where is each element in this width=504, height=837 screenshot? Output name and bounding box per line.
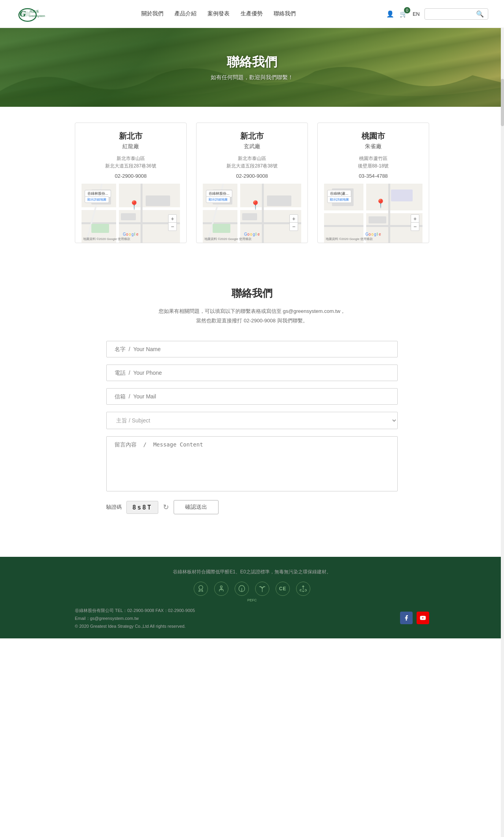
map-pin-2: 📍 <box>375 199 386 209</box>
svg-text:o: o <box>129 232 131 236</box>
map-zoom-2: + − <box>411 214 419 231</box>
zoom-out-2[interactable]: − <box>411 223 419 231</box>
svg-text:G: G <box>244 232 247 236</box>
svg-text:G: G <box>123 232 126 236</box>
nav-cases[interactable]: 案例發表 <box>208 10 230 17</box>
contact-title: 聯絡我們 <box>106 286 398 300</box>
facebook-button[interactable] <box>400 612 413 624</box>
address-2: 桃園市蘆竹區 後壁厝88-18號 <box>324 155 422 170</box>
svg-text:g: g <box>132 232 134 236</box>
hero-title: 聯絡我們 <box>227 54 277 71</box>
site-header: G 尚綠系 Greensystem 關於我們 產品介紹 案例發表 生產優勢 聯絡… <box>0 0 504 28</box>
cert-icon-plant <box>255 582 269 596</box>
email-input[interactable] <box>106 388 398 405</box>
name-field-group <box>106 341 398 357</box>
contact-desc: 您如果有相關問題，可以填寫以下的聯繫表格或寫信至 gs@greensystem.… <box>106 307 398 325</box>
phone-2: 03-354-4788 <box>324 173 422 179</box>
footer-text: 谷綠林股份有限公司 TEL：02-2900-9008 FAX：02-2900-9… <box>75 607 195 630</box>
map-pin-0: 📍 <box>129 200 139 210</box>
subject-field-group: 主旨 / Subject 一般詢問 產品詢問 合作洽談 <box>106 412 398 429</box>
svg-text:o: o <box>126 232 128 236</box>
hero-section: 聯絡我們 如有任何問題，歡迎與我們聯繫！ <box>0 28 504 107</box>
language-toggle[interactable]: EN <box>413 11 420 17</box>
logo[interactable]: G 尚綠系 Greensystem <box>16 4 51 24</box>
cert-icon-recycle <box>296 582 310 596</box>
search-icon[interactable]: 🔍 <box>476 10 484 18</box>
svg-text:l: l <box>134 232 135 236</box>
name-input[interactable] <box>106 341 398 357</box>
zoom-out-0[interactable]: − <box>169 223 176 231</box>
address-0: 新北市泰山區 新北大道五段287巷36號 <box>82 155 180 170</box>
city-0: 新北市 <box>82 131 180 141</box>
svg-text:o: o <box>371 232 374 236</box>
svg-text:e: e <box>379 232 381 236</box>
svg-text:o: o <box>250 232 252 236</box>
map-view-link-2[interactable]: 顯示詳細地圖 <box>327 196 352 203</box>
map-brand-0: Google <box>123 232 139 237</box>
scrollbar-thumb[interactable] <box>501 79 504 126</box>
contact-form-container: 聯絡我們 您如果有相關問題，可以填寫以下的聯繫表格或寫信至 gs@greensy… <box>83 267 421 541</box>
captcha-refresh-icon[interactable]: ↻ <box>163 503 169 512</box>
map-view-link-1[interactable]: 顯示詳細地圖 <box>206 196 230 203</box>
main-nav: 關於我們 產品介紹 案例發表 生產優勢 聯絡我們 <box>141 10 296 17</box>
map-brand-1: Google <box>244 232 260 237</box>
map-pin-1: 📍 <box>250 200 261 210</box>
message-field-group <box>106 436 398 493</box>
locations-grid: 新北市 紅龍廠 新北市泰山區 新北大道五段287巷36號 02-2900-900… <box>75 123 429 243</box>
svg-text:e: e <box>258 232 260 236</box>
subject-select[interactable]: 主旨 / Subject 一般詢問 產品詢問 合作洽談 <box>106 412 398 429</box>
factory-1: 玄武廠 <box>203 143 301 150</box>
nav-about[interactable]: 關於我們 <box>141 10 163 17</box>
svg-text:o: o <box>247 232 250 236</box>
location-card-1: 新北市 玄武廠 新北市泰山區 新北大道五段287巷38號 02-2900-900… <box>196 123 308 243</box>
youtube-button[interactable] <box>417 612 429 624</box>
nav-products[interactable]: 產品介紹 <box>174 10 196 17</box>
cart-icon[interactable]: 🛒 0 <box>399 9 408 18</box>
phone-input[interactable] <box>106 365 398 381</box>
address-1: 新北市泰山區 新北大道五段287巷38號 <box>203 155 301 170</box>
svg-text:l: l <box>256 232 256 236</box>
nav-production[interactable]: 生產優勢 <box>241 10 263 17</box>
footer-company-line1: 谷綠林股份有限公司 TEL：02-2900-9008 FAX：02-2900-9… <box>75 607 195 615</box>
map-brand-2: Google <box>365 232 381 237</box>
scrollbar-track <box>501 0 504 638</box>
user-icon[interactable]: 👤 <box>386 9 395 18</box>
cart-badge-count: 0 <box>404 7 410 13</box>
svg-text:G: G <box>365 232 369 236</box>
pefc-label: PEFC <box>16 598 488 602</box>
map-google-1: 地圖資料 ©2020 Google 使用條款 <box>204 237 252 241</box>
svg-text:g: g <box>374 232 376 236</box>
captcha-label: 驗證碼 <box>106 504 122 511</box>
location-card-0: 新北市 紅龍廠 新北市泰山區 新北大道五段287巷36號 02-2900-900… <box>75 123 187 243</box>
map-google-0: 地圖資料 ©2020 Google 使用條款 <box>83 237 130 241</box>
map-zoom-1: + − <box>289 214 298 231</box>
submit-button[interactable]: 確認送出 <box>174 500 219 514</box>
captcha-value: 8s8T <box>126 501 158 514</box>
factory-2: 朱雀廠 <box>324 143 422 150</box>
search-box[interactable]: 🔍 <box>424 8 488 20</box>
map-0: 📍 谷綠林股份... 顯示詳細地圖 + − 地圖資料 ©2020 Google … <box>82 184 180 243</box>
phone-0: 02-2900-9008 <box>82 173 180 179</box>
cert-icon-person <box>214 582 228 596</box>
cert-icon-ce: CE <box>276 582 290 596</box>
map-2: 📍 谷綠林(蘆... 顯示詳細地圖 + − 地圖資料 ©2020 Google … <box>324 184 422 243</box>
zoom-in-2[interactable]: + <box>411 215 419 223</box>
svg-text:G: G <box>20 9 26 19</box>
map-google-2: 地圖資料 ©2020 Google 使用條款 <box>326 237 373 241</box>
city-1: 新北市 <box>203 131 301 141</box>
footer-company-line2: Email：gs@greensystem.com.tw <box>75 615 195 623</box>
svg-text:g: g <box>253 232 255 236</box>
phone-field-group <box>106 365 398 381</box>
header-actions: 👤 🛒 0 EN 🔍 <box>386 8 488 20</box>
map-view-link-0[interactable]: 顯示詳細地圖 <box>85 196 109 203</box>
location-card-2: 桃園市 朱雀廠 桃園市蘆竹區 後壁厝88-18號 03-354-4788 📍 谷… <box>317 123 429 243</box>
zoom-out-1[interactable]: − <box>290 223 298 231</box>
zoom-in-0[interactable]: + <box>169 215 176 223</box>
message-textarea[interactable] <box>106 436 398 491</box>
zoom-in-1[interactable]: + <box>290 215 298 223</box>
search-input[interactable] <box>429 11 476 17</box>
factory-0: 紅龍廠 <box>82 143 180 150</box>
map-1: 📍 谷綠林股份... 顯示詳細地圖 + − 地圖資料 ©2020 Google … <box>203 184 301 243</box>
logo-svg: G 尚綠系 Greensystem <box>16 4 51 24</box>
nav-contact[interactable]: 聯絡我們 <box>274 10 296 17</box>
